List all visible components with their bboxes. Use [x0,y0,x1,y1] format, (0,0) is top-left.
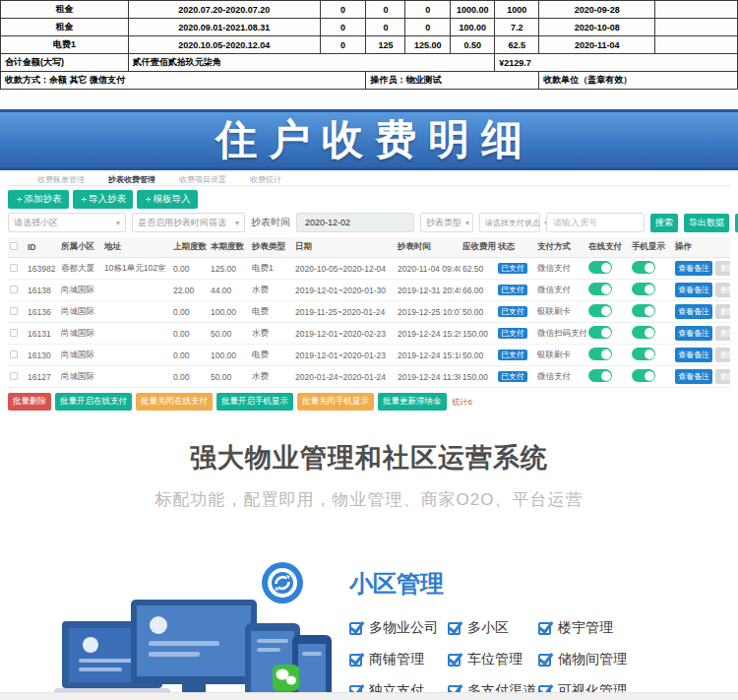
receipt-cell [655,1,738,19]
delete-button[interactable]: 删除 [715,369,730,384]
receipt-footer-row: 收款方式：余额 其它 微信支付 操作员：物业测试 收款单位（盖章有效） [1,72,738,90]
receipt-cell: 2020.09.01-2021.08.31 [128,19,320,36]
delete-button[interactable]: 删除 [715,304,730,319]
row-checkbox[interactable] [10,286,18,293]
receipt-row: 租金2020.07.20-2020.07.200001000.001000202… [1,1,738,19]
cell-prev: 0.00 [171,323,209,345]
toolbar-button[interactable]: ＋添加抄表 [8,190,69,209]
footer-divider [0,692,738,700]
batch-button[interactable]: 批量开启手机显示 [216,393,293,411]
online-pay-toggle[interactable] [588,261,612,274]
cell-curr: 125.00 [209,258,250,280]
view-remark-button[interactable]: 查看备注 [675,283,712,297]
search-button[interactable]: 搜索 [650,214,678,232]
meter-row: 16136尚城国际0.00100.00电费2019-11-25~2020-01-… [8,301,730,323]
tab-item[interactable]: 收费统计 [250,174,281,185]
batch-action-bar: 批量删除批量开启在线支付批量关闭在线支付批量开启手机显示批量关闭手机显示批量更新… [8,393,730,411]
batch-button[interactable]: 批量更新滞纳金 [378,393,447,411]
cell-address [102,366,171,388]
receipt-cell: 0 [366,1,405,19]
view-remark-button[interactable]: 查看备注 [675,261,712,276]
receipt-cell: 2020.10.05-2020.12.04 [128,36,320,54]
receipt-cell: 0 [320,1,366,19]
online-pay-toggle[interactable] [588,369,612,382]
pay-status-select[interactable]: 请选择支付状态 ▾ [479,213,540,232]
row-checkbox[interactable] [10,307,18,315]
export-data-button[interactable]: 导出数据 [684,214,729,232]
batch-button[interactable]: 批量关闭在线支付 [136,393,213,411]
delete-button[interactable]: 删除 [715,283,730,297]
row-checkbox[interactable] [10,264,18,272]
cell-prev: 22.00 [171,280,209,301]
feature-label: 多小区 [467,619,509,637]
cell-address [102,301,171,323]
view-remark-button[interactable]: 查看备注 [675,304,712,319]
mobile-display-toggle[interactable] [632,261,655,274]
tab-item[interactable]: 收费项目设置 [179,174,226,185]
meter-header-cell: 上期度数 [171,237,209,258]
feature-item: 多小区 [448,619,538,637]
view-remark-button[interactable]: 查看备注 [675,348,712,362]
cell-address: 10栋1单元102室 [102,258,171,280]
cell-id: 16127 [26,366,59,388]
time-filter-select[interactable]: 是否启用抄表时间筛选 ▾ [132,213,245,232]
view-remark-button[interactable]: 查看备注 [675,369,712,384]
online-pay-toggle[interactable] [588,348,612,360]
cell-pay-method: 银联刷卡 [535,345,586,366]
cell-pay-method: 微信扫码支付 [535,323,586,345]
receipt-cell: 1000.00 [451,1,495,19]
cell-community: 尚城国际 [59,366,102,388]
mobile-display-toggle[interactable] [632,348,655,360]
pay-status-value: 请选择支付状态 [485,218,540,228]
receipt-cell: 0 [320,36,366,54]
toolbar-button[interactable]: ＋模板导入 [137,190,198,209]
chevron-down-icon: ▾ [116,219,120,227]
meter-row: 16127尚城国际0.0050.00水费2020-01-24~2020-01-2… [8,366,730,388]
view-remark-button[interactable]: 查看备注 [675,326,712,341]
batch-stat-text: 统计6 [453,397,472,408]
meter-header-row: ID所属小区地址上期度数本期度数抄表类型日期抄表时间应收费用状态支付方式在线支付… [8,237,730,258]
batch-button[interactable]: 批量删除 [8,393,51,411]
cell-fee: 66.00 [461,280,496,301]
batch-button[interactable]: 批量关闭手机显示 [297,393,374,411]
row-checkbox[interactable] [10,350,18,358]
select-all-checkbox[interactable] [10,242,18,250]
tab-bar: 收费账单管理抄表收费管理收费项目设置收费统计 [8,173,730,186]
meter-type-select[interactable]: 抄表类型 ▾ [420,213,473,232]
mobile-display-toggle[interactable] [632,326,655,339]
marketing-subtitle: 标配功能，配置即用，物业管理、商家O2O、平台运营 [0,488,738,511]
toolbar-button[interactable]: ＋导入抄表 [73,190,134,209]
feature-label: 多物业公司 [369,619,438,637]
online-pay-toggle[interactable] [588,304,612,317]
tab-item[interactable]: 抄表收费管理 [108,174,155,185]
cell-address [102,345,171,366]
cell-curr: 100.00 [209,345,250,366]
meter-row: 163982蓉都大厦10栋1单元102室0.00125.00电费12020-10… [8,258,730,280]
receipt-cell: 0 [405,1,451,19]
cell-prev: 0.00 [171,366,209,388]
row-checkbox[interactable] [10,329,18,337]
delete-button[interactable]: 删除 [715,261,730,276]
meter-time-label: 抄表时间 [251,216,290,229]
tab-item[interactable]: 收费账单管理 [37,174,85,185]
checkbox-icon [349,654,362,667]
meter-header-cell: 操作 [673,237,730,258]
chevron-down-icon: ▾ [235,219,239,227]
delete-button[interactable]: 删除 [715,348,730,362]
delete-button[interactable]: 删除 [715,326,730,341]
mobile-display-toggle[interactable] [632,283,655,295]
row-checkbox[interactable] [10,372,18,380]
community-select[interactable]: 请选择小区 ▾ [8,213,126,232]
mobile-display-toggle[interactable] [632,304,655,317]
feature-label: 车位管理 [467,651,523,668]
batch-button[interactable]: 批量开启在线支付 [55,393,132,411]
online-pay-toggle[interactable] [588,326,612,339]
cell-period: 2019-12-01~2020-02-23 [293,323,396,345]
mobile-display-toggle[interactable] [632,369,655,382]
meter-date-input[interactable]: 2020-12-02 [296,213,414,232]
cell-time: 2019-12-24 15:18 [396,345,461,366]
room-number-input[interactable] [546,213,645,232]
cell-community: 尚城国际 [59,345,102,366]
receipt-total-amount: ¥2129.7 [495,54,738,72]
online-pay-toggle[interactable] [588,283,612,295]
